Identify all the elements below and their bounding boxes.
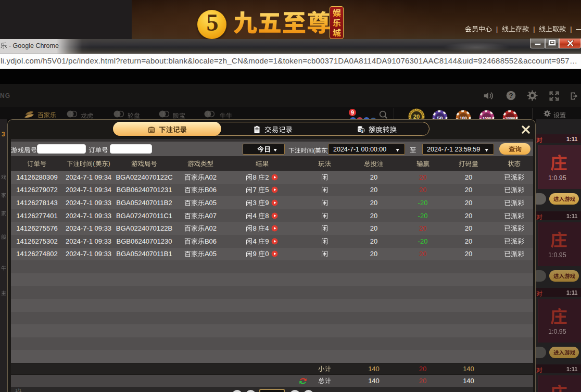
svg-text:?: ? — [509, 92, 513, 99]
svg-text:9: 9 — [351, 109, 354, 116]
svg-text:0: 0 — [361, 129, 363, 132]
